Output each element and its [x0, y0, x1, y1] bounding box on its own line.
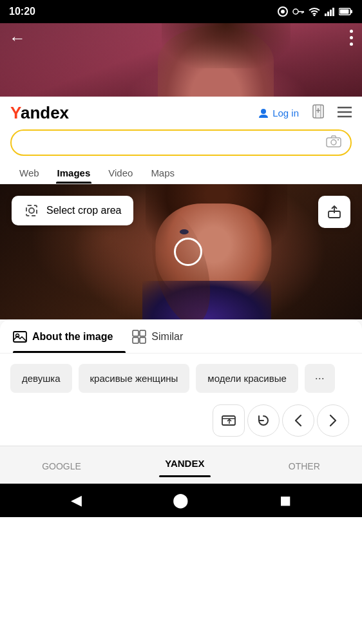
back-button[interactable]: ←	[9, 30, 26, 46]
open-browser-button[interactable]	[213, 404, 245, 437]
image-tab-icon	[13, 330, 27, 343]
share-button[interactable]	[318, 196, 350, 228]
chevron-left-icon	[294, 414, 302, 427]
refresh-button[interactable]	[247, 404, 280, 437]
next-button[interactable]	[317, 404, 349, 437]
svg-point-24	[338, 139, 339, 140]
sys-home-button[interactable]: ⬤	[173, 492, 189, 509]
yandex-engine-button[interactable]: YANDEX	[158, 455, 211, 471]
more-menu-button[interactable]	[350, 30, 353, 46]
login-button[interactable]: Log in	[258, 108, 299, 119]
crop-icon	[23, 202, 40, 219]
tab-web[interactable]: Web	[10, 162, 48, 184]
system-nav-bar: ◀ ⬤ ◼	[0, 484, 362, 517]
signal-icon	[325, 7, 335, 16]
yandex-header: Yandex Log in	[0, 97, 362, 123]
circle-status-icon	[277, 6, 289, 17]
tab-video[interactable]: Video	[99, 162, 142, 184]
grid-tab-icon	[132, 330, 146, 344]
camera-search-button[interactable]	[326, 135, 341, 151]
search-bar-wrap	[0, 123, 362, 162]
refresh-icon	[257, 414, 270, 427]
person-icon	[258, 108, 269, 119]
tag-chip-0[interactable]: девушка	[10, 364, 72, 393]
logo-y: Y	[10, 103, 21, 122]
tag-chip-2[interactable]: модели красивые	[196, 364, 298, 393]
svg-rect-8	[327, 12, 329, 16]
svg-rect-9	[330, 10, 332, 16]
google-engine-button[interactable]: GOOGLE	[35, 459, 88, 474]
search-bar	[10, 129, 352, 156]
wifi-icon	[308, 7, 321, 16]
tab-maps[interactable]: Maps	[142, 162, 184, 184]
svg-point-6	[314, 15, 316, 17]
svg-rect-31	[133, 337, 138, 343]
circle-target	[174, 238, 202, 266]
hero-image-area: ←	[0, 23, 362, 97]
tag-chip-1[interactable]: красивые женщины	[79, 364, 190, 393]
status-time: 10:20	[9, 6, 35, 17]
bookmark-icon[interactable]	[310, 104, 326, 123]
svg-rect-12	[340, 10, 349, 14]
other-engine-button[interactable]: OTHER	[282, 459, 327, 474]
sys-back-button[interactable]: ◀	[71, 492, 82, 509]
select-crop-area-button[interactable]: Select crop area	[12, 196, 133, 225]
svg-point-14	[261, 109, 266, 114]
svg-point-2	[293, 9, 298, 14]
svg-rect-7	[325, 14, 327, 16]
engine-bar: GOOGLE YANDEX OTHER	[0, 446, 362, 484]
tab-similar[interactable]: Similar	[132, 319, 196, 353]
svg-rect-29	[133, 330, 138, 336]
active-engine-indicator	[159, 475, 211, 477]
header-actions: Log in	[258, 104, 352, 123]
prev-button[interactable]	[282, 404, 314, 437]
panel-tabs: About the image Similar	[0, 319, 362, 354]
hamburger-menu-icon[interactable]	[338, 105, 352, 122]
svg-point-1	[281, 10, 285, 14]
bottom-toolbar	[0, 398, 362, 446]
yandex-logo: Yandex	[10, 103, 69, 123]
sys-recent-button[interactable]: ◼	[280, 492, 291, 509]
yandex-engine-wrap: YANDEX	[158, 455, 211, 477]
open-in-browser-icon	[222, 414, 236, 427]
tag-chip-more[interactable]: ···	[305, 364, 335, 393]
logo-rest: andex	[21, 103, 69, 122]
svg-rect-10	[332, 8, 334, 16]
nav-tabs: Web Images Video Maps	[0, 162, 362, 184]
image-viewer: Select crop area	[0, 184, 362, 319]
svg-rect-30	[140, 330, 146, 336]
chevron-right-icon	[329, 414, 337, 427]
tags-area: девушка красивые женщины модели красивые…	[0, 354, 362, 398]
upload-icon	[327, 205, 341, 219]
svg-rect-13	[350, 10, 352, 14]
status-bar: 10:20	[0, 0, 362, 23]
svg-point-23	[331, 140, 336, 145]
tab-about-image[interactable]: About the image	[13, 319, 126, 353]
search-input[interactable]	[21, 137, 326, 149]
svg-rect-27	[14, 332, 26, 342]
svg-rect-32	[140, 337, 146, 343]
tab-images[interactable]: Images	[48, 162, 100, 184]
battery-icon	[339, 8, 353, 15]
bottom-panel: About the image Similar девушка красивые…	[0, 319, 362, 484]
key-icon	[292, 8, 304, 15]
status-icons	[277, 6, 353, 17]
